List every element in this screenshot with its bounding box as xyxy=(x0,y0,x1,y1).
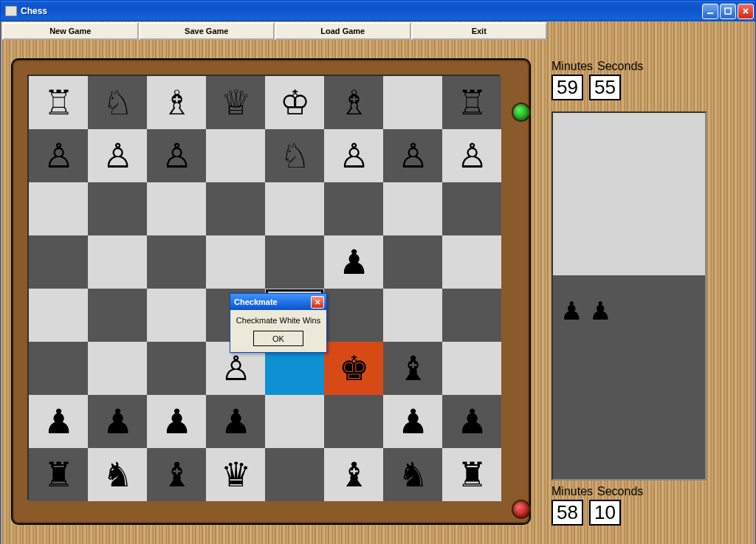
white-minutes: 59 xyxy=(551,75,583,100)
square-b2[interactable]: ♟ xyxy=(88,395,147,448)
square-f7[interactable]: ♙ xyxy=(324,129,383,182)
black-clock: Minutes Seconds 58 10 xyxy=(551,485,643,526)
square-c2[interactable]: ♟ xyxy=(147,395,206,448)
square-g6[interactable] xyxy=(383,182,442,235)
save-game-button[interactable]: Save Game xyxy=(139,22,275,40)
ok-button[interactable]: OK xyxy=(253,331,303,346)
square-a7[interactable]: ♙ xyxy=(29,129,88,182)
square-a1[interactable]: ♜ xyxy=(29,448,88,501)
square-b8[interactable]: ♘ xyxy=(88,76,147,129)
maximize-button[interactable] xyxy=(720,4,736,19)
square-a6[interactable] xyxy=(29,182,88,235)
square-g7[interactable]: ♙ xyxy=(383,129,442,182)
square-b1[interactable]: ♞ xyxy=(88,448,147,501)
square-h7[interactable]: ♙ xyxy=(442,129,501,182)
square-b6[interactable] xyxy=(88,182,147,235)
square-c7[interactable]: ♙ xyxy=(147,129,206,182)
square-f2[interactable] xyxy=(324,395,383,448)
square-g1[interactable]: ♞ xyxy=(383,448,442,501)
exit-button[interactable]: Exit xyxy=(411,22,548,40)
checkmate-dialog: Checkmate ✕ Checkmate White Wins OK xyxy=(230,293,327,353)
new-game-button[interactable]: New Game xyxy=(2,22,139,40)
square-e7[interactable]: ♘ xyxy=(265,129,324,182)
svg-rect-1 xyxy=(725,8,731,14)
square-f6[interactable] xyxy=(324,182,383,235)
square-f8[interactable]: ♗ xyxy=(324,76,383,129)
dialog-message: Checkmate White Wins xyxy=(233,316,323,325)
square-a2[interactable]: ♟ xyxy=(29,395,88,448)
dialog-close-icon[interactable]: ✕ xyxy=(311,296,324,309)
square-b5[interactable] xyxy=(88,235,147,289)
chess-board[interactable]: ♖♘♗♕♔♗♖♙♙♙♘♙♙♙♟♙♙♚♝♟♟♟♟♟♟♜♞♝♛♝♞♜ xyxy=(27,75,500,500)
square-d8[interactable]: ♕ xyxy=(206,76,265,129)
square-f5[interactable]: ♟ xyxy=(324,235,383,289)
square-g2[interactable]: ♟ xyxy=(383,395,442,448)
captured-tray: ♟ ♟ xyxy=(551,111,707,481)
square-a3[interactable] xyxy=(29,342,88,395)
square-e6[interactable] xyxy=(265,182,324,235)
square-g5[interactable] xyxy=(383,235,442,289)
square-h6[interactable] xyxy=(442,182,501,235)
square-g4[interactable] xyxy=(383,289,442,342)
white-seconds: 55 xyxy=(589,75,621,100)
minutes-label: Minutes xyxy=(551,60,593,73)
square-h5[interactable] xyxy=(442,235,501,289)
square-h2[interactable]: ♟ xyxy=(442,395,501,448)
square-f1[interactable]: ♝ xyxy=(324,448,383,501)
square-b3[interactable] xyxy=(88,342,147,395)
minutes-label: Minutes xyxy=(551,485,593,498)
black-turn-led xyxy=(512,500,531,519)
window-buttons xyxy=(702,4,754,19)
square-h1[interactable]: ♜ xyxy=(442,448,501,501)
square-c5[interactable] xyxy=(147,235,206,289)
app-icon xyxy=(5,6,17,16)
titlebar[interactable]: Chess xyxy=(1,1,755,21)
dialog-titlebar[interactable]: Checkmate ✕ xyxy=(230,294,326,310)
square-h4[interactable] xyxy=(442,289,501,342)
square-b7[interactable]: ♙ xyxy=(88,129,147,182)
square-f3[interactable]: ♚ xyxy=(324,342,383,395)
captured-by-black: ♟ ♟ xyxy=(553,275,705,479)
square-d7[interactable] xyxy=(206,129,265,182)
menubar: New Game Save Game Load Game Exit xyxy=(2,22,547,40)
square-a4[interactable] xyxy=(29,289,88,342)
svg-rect-0 xyxy=(707,13,713,14)
square-c8[interactable]: ♗ xyxy=(147,76,206,129)
square-d5[interactable] xyxy=(206,235,265,289)
white-clock: Minutes Seconds 59 55 xyxy=(551,60,643,100)
square-e5[interactable] xyxy=(265,235,324,289)
board-frame: ♖♘♗♕♔♗♖♙♙♙♘♙♙♙♟♙♙♚♝♟♟♟♟♟♟♜♞♝♛♝♞♜ xyxy=(11,58,531,525)
square-h8[interactable]: ♖ xyxy=(442,76,501,129)
square-d1[interactable]: ♛ xyxy=(206,448,265,501)
square-a8[interactable]: ♖ xyxy=(29,76,88,129)
seconds-label: Seconds xyxy=(597,60,643,73)
square-g8[interactable] xyxy=(383,76,442,129)
square-c6[interactable] xyxy=(147,182,206,235)
white-turn-led xyxy=(512,103,531,122)
square-e1[interactable] xyxy=(265,448,324,501)
load-game-button[interactable]: Load Game xyxy=(275,22,411,40)
square-e8[interactable]: ♔ xyxy=(265,76,324,129)
black-seconds: 10 xyxy=(589,500,621,526)
square-e2[interactable] xyxy=(265,395,324,448)
minimize-button[interactable] xyxy=(702,4,718,19)
square-c3[interactable] xyxy=(147,342,206,395)
square-f4[interactable] xyxy=(324,289,383,342)
square-c1[interactable]: ♝ xyxy=(147,448,206,501)
dialog-title: Checkmate xyxy=(234,297,278,306)
square-d6[interactable] xyxy=(206,182,265,235)
window-title: Chess xyxy=(21,6,47,16)
square-g3[interactable]: ♝ xyxy=(383,342,442,395)
black-minutes: 58 xyxy=(551,500,583,526)
square-b4[interactable] xyxy=(88,289,147,342)
square-c4[interactable] xyxy=(147,289,206,342)
seconds-label: Seconds xyxy=(597,485,643,498)
square-h3[interactable] xyxy=(442,342,501,395)
client-area: New Game Save Game Load Game Exit ♖♘♗♕♔♗… xyxy=(1,21,755,544)
square-a5[interactable] xyxy=(29,235,88,289)
chess-window: Chess New Game Save Game Load Game Exit … xyxy=(0,0,756,544)
captured-by-white xyxy=(553,113,705,275)
close-button[interactable] xyxy=(738,4,754,19)
square-d2[interactable]: ♟ xyxy=(206,395,265,448)
